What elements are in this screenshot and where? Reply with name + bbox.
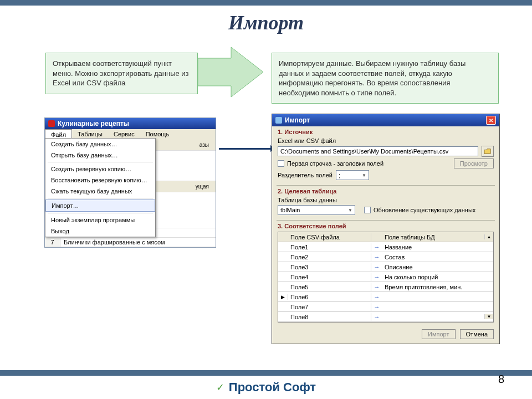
cancel-button[interactable]: Отмена (460, 329, 494, 339)
mapping-row[interactable]: Поле2→Состав (278, 252, 493, 262)
mapping-row[interactable]: Поле1→Название (278, 242, 493, 252)
slide-title: Импорт (0, 11, 532, 34)
menu-item-create-db[interactable]: Создать базу данных… (45, 139, 155, 150)
dialog-titlebar: Импорт ✕ (272, 114, 499, 126)
menu-item-import[interactable]: Импорт… (45, 200, 155, 212)
mapping-row[interactable]: Поле7→ (278, 302, 493, 312)
footer: 8 ✓ Простой Софт (0, 370, 532, 399)
preview-button[interactable]: Просмотр (454, 158, 494, 168)
mapping-row[interactable]: Поле5→Время приготовления, мин. (278, 282, 493, 292)
menu-item-compact[interactable]: Сжать текущую базу данных (45, 186, 155, 197)
section-mapping-label: 3. Соответствие полей (272, 221, 499, 229)
mapping-header: Поле CSV-файла Поле таблицы БД ▲ (278, 232, 493, 242)
first-row-checkbox[interactable] (278, 160, 284, 167)
arrow-right-icon (198, 44, 264, 100)
menu-item-restore[interactable]: Восстановить резервную копию… (45, 175, 155, 186)
update-label: Обновление существующих данных (374, 207, 475, 213)
separator (48, 162, 153, 162)
separator (48, 198, 153, 198)
import-button[interactable]: Импорт (422, 329, 455, 339)
section-source-label: 1. Источник (272, 126, 499, 135)
separator (48, 213, 153, 213)
top-bar (0, 0, 532, 6)
app-title: Кулинарные рецепты (58, 120, 129, 127)
table-label: Таблица базы данны (278, 197, 494, 203)
menu-item-new-instance[interactable]: Новый экземпляр программы (45, 214, 155, 226)
table-row[interactable]: 7Блинчики фаршированные с мясом (45, 238, 216, 247)
import-dialog: Импорт ✕ 1. Источник Excel или CSV файл … (272, 114, 500, 344)
menu-item-exit[interactable]: Выход (45, 226, 155, 237)
table-select[interactable]: tblMain▼ (278, 205, 355, 215)
logo-text: Простой Софт (229, 380, 316, 395)
app-window: Кулинарные рецепты Файл Таблицы Сервис П… (44, 117, 216, 248)
mapping-row[interactable]: Поле3→Описание (278, 262, 493, 272)
first-row-label: Первая строчка - заголовки полей (287, 160, 383, 167)
svg-marker-0 (198, 47, 263, 97)
scroll-down-icon[interactable]: ▼ (484, 314, 493, 319)
delimiter-select[interactable]: ;▼ (336, 170, 369, 180)
file-type-label: Excel или CSV файл (278, 137, 494, 144)
logo: ✓ Простой Софт (0, 376, 532, 399)
dialog-title: Импорт (285, 116, 310, 124)
mapping-row[interactable]: Поле8→▼ (278, 312, 493, 322)
delimiter-label: Разделитель полей (278, 172, 332, 178)
update-checkbox[interactable] (364, 207, 371, 213)
close-button[interactable]: ✕ (486, 116, 496, 125)
mapping-table: Поле CSV-файла Поле таблицы БД ▲ Поле1→Н… (278, 232, 494, 323)
app-icon (48, 120, 55, 127)
mapping-row[interactable]: ▶Поле6→ (278, 292, 493, 302)
file-dropdown: Создать базу данных… Открыть базу данных… (45, 138, 156, 237)
app-titlebar: Кулинарные рецепты (45, 118, 216, 129)
section-target-label: 2. Целевая таблица (272, 186, 499, 195)
check-icon: ✓ (216, 381, 224, 393)
mapping-row[interactable]: Поле4→На сколько порций (278, 272, 493, 282)
menu-item-open-db[interactable]: Открыть базу данных… (45, 150, 155, 161)
arrow-connector-icon (219, 148, 272, 150)
file-path-input[interactable] (278, 146, 478, 156)
callout-left: Открываем соответствующий пункт меню. Мо… (45, 53, 198, 94)
scroll-up-icon[interactable]: ▲ (484, 234, 493, 239)
browse-button[interactable] (482, 146, 494, 157)
page-number: 8 (498, 373, 504, 386)
callout-right: Импортируем данные. Выбираем нужную табл… (272, 53, 499, 104)
dialog-icon (275, 117, 282, 124)
menu-item-backup[interactable]: Создать резервную копию… (45, 163, 155, 175)
